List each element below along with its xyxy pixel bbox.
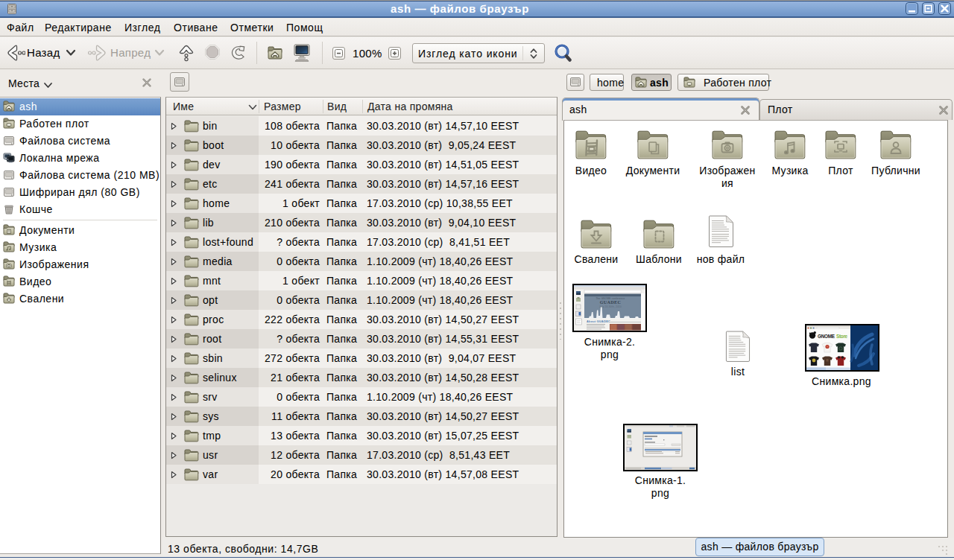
svg-text:GNOME: GNOME [818,334,835,339]
svg-text:About GUADEC: About GUADEC [587,320,610,323]
svg-text:July 24-30th, 2010: July 24-30th, 2010 [599,305,622,308]
svg-text:Store: Store [836,334,848,339]
svg-text:The GNOME conference: The GNOME conference [596,297,625,300]
